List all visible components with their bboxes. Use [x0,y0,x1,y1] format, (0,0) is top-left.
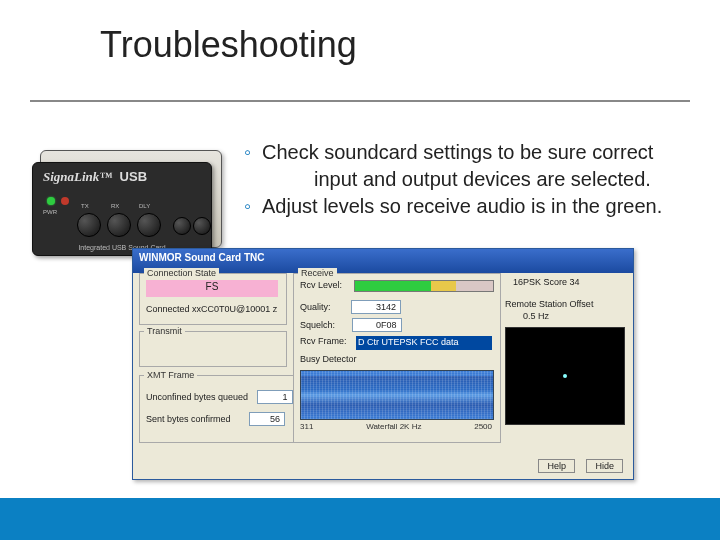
fieldset-legend: Connection State [144,268,219,278]
device-brand-label: SignaLink™ USB [43,169,147,185]
bullet-marker-icon: ◦ [244,194,262,219]
fieldset-legend: Transmit [144,326,185,336]
xmt-row: Sent bytes confirmed 56 [146,412,285,426]
rcv-level-meter [354,280,494,292]
receive-fieldset: Receive Rcv Level: Quality: 3142 Squelch… [293,273,501,443]
xmt-unconfirmed-value: 1 [257,390,293,404]
squelch-label: Squelch: [300,320,335,330]
hide-button[interactable]: Hide [586,459,623,473]
slide-footer-bar [0,498,720,540]
scope-title-label: 16PSK Score 34 [513,277,580,287]
xmt-row: Unconfined bytes queued 1 [146,390,293,404]
winmor-window: WINMOR Sound Card TNC Connection State F… [132,248,634,480]
dly-label: DLY [139,203,150,209]
meter-red-icon [456,281,493,291]
tx-knob-icon [77,213,101,237]
bullet-continuation: input and output devices are selected. [244,167,690,192]
quality-value: 3142 [351,300,401,314]
bullet-item: ◦ Check soundcard settings to be sure co… [244,140,690,165]
connection-status-badge: FS [146,280,278,297]
waterfall-scale: 311 Waterfall 2K Hz 2500 [300,422,492,431]
help-button[interactable]: Help [538,459,575,473]
dly-knob-icon [137,213,161,237]
device-faceplate: SignaLink™ USB PWR TX RX DLY Integrated … [32,162,212,256]
title-underline [30,100,690,102]
jack-icon [193,217,211,235]
bullet-item: ◦ Adjust levels so receive audio is in t… [244,194,690,219]
connection-status-text: Connected xxCC0T0U@10001 z [146,304,277,314]
rcv-frame-row: Rcv Frame: [300,336,347,346]
ptt-led-icon [61,197,69,205]
constellation-scope [505,327,625,425]
remote-offset-label: Remote Station Offset [505,299,593,309]
connection-state-fieldset: Connection State FS Connected xxCC0T0U@1… [139,273,287,325]
scale-right: 2500 [474,422,492,431]
quality-row: Quality: 3142 [300,300,401,314]
signalink-device-image: SignaLink™ USB PWR TX RX DLY Integrated … [28,150,220,262]
rcv-frame-label: Rcv Frame: [300,336,347,346]
xmt-unconfirmed-label: Unconfined bytes queued [146,392,248,402]
quality-label: Quality: [300,302,331,312]
waterfall-display [300,370,494,420]
transmit-fieldset: Transmit [139,331,287,367]
slide-title: Troubleshooting [100,24,357,66]
meter-yellow-icon [431,281,456,291]
rcv-level-label: Rcv Level: [300,280,342,290]
scale-left: 311 [300,422,313,431]
tx-label: TX [81,203,89,209]
slide: Troubleshooting ◦ Check soundcard settin… [0,0,720,540]
constellation-points-icon [563,374,567,378]
rcv-frame-value: D Ctr UTEPSK FCC data [356,336,492,350]
rx-knob-icon [107,213,131,237]
squelch-row: Squelch: 0F08 [300,318,402,332]
fieldset-legend: XMT Frame [144,370,197,380]
jack-icon [173,217,191,235]
bullet-marker-icon: ◦ [244,140,262,165]
scale-mid: Waterfall 2K Hz [366,422,421,431]
bullet-text: Check soundcard settings to be sure corr… [262,140,690,165]
bullet-text: input and output devices are selected. [314,167,690,192]
busy-detector-label: Busy Detector [300,354,357,364]
pwr-led-icon [47,197,55,205]
pwr-label: PWR [43,209,57,215]
xmt-confirmed-value: 56 [249,412,285,426]
meter-green-icon [355,281,431,291]
fieldset-legend: Receive [298,268,337,278]
bullet-text: Adjust levels so receive audio is in the… [262,194,690,219]
rx-label: RX [111,203,119,209]
bullet-list: ◦ Check soundcard settings to be sure co… [244,140,690,221]
remote-offset-value: 0.5 Hz [523,311,549,321]
waterfall-noise-icon [301,371,493,419]
squelch-value: 0F08 [352,318,402,332]
xmt-confirmed-label: Sent bytes confirmed [146,414,231,424]
